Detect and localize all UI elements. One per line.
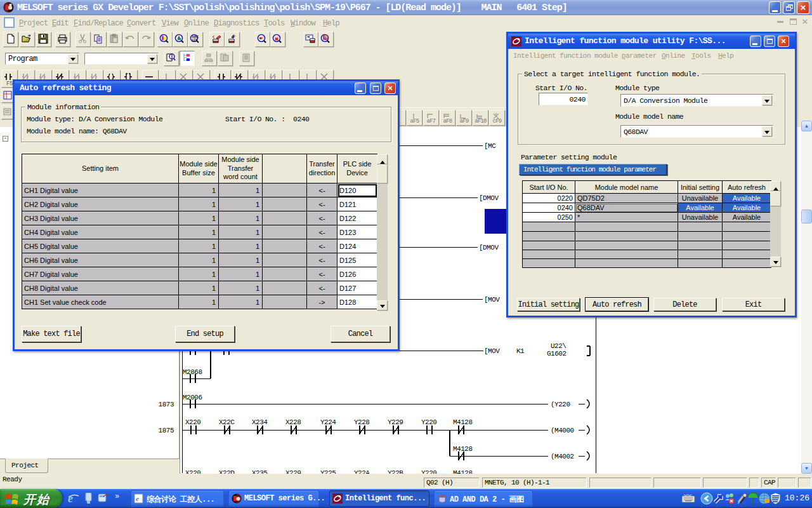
svg-text:X220: X220 xyxy=(185,418,200,426)
svg-text:[DMOV: [DMOV xyxy=(479,194,499,202)
svg-text:M2868: M2868 xyxy=(183,368,202,376)
svg-text:M2006: M2006 xyxy=(183,394,202,401)
svg-text:M4128: M4128 xyxy=(453,445,473,453)
svg-text:(Y220: (Y220 xyxy=(551,401,570,408)
svg-text:U22\: U22\ xyxy=(551,342,566,350)
svg-text:X228: X228 xyxy=(285,418,301,426)
svg-text:e: e xyxy=(68,492,73,505)
svg-text:K1: K1 xyxy=(516,347,525,355)
svg-text:G1602: G1602 xyxy=(547,350,566,358)
svg-text:[MOV: [MOV xyxy=(484,296,500,304)
svg-text:X22C: X22C xyxy=(219,418,235,426)
svg-text:[MOV: [MOV xyxy=(484,347,500,355)
svg-text:(M4002: (M4002 xyxy=(551,453,574,460)
svg-text:[MC: [MC xyxy=(484,142,496,150)
svg-text:M4128: M4128 xyxy=(453,418,473,426)
svg-text:X234: X234 xyxy=(252,418,268,426)
svg-text:Y228: Y228 xyxy=(354,418,369,426)
svg-text:e: e xyxy=(136,495,139,502)
svg-text:1873: 1873 xyxy=(159,401,174,408)
svg-text:Y229: Y229 xyxy=(388,418,403,426)
svg-text:(M4000: (M4000 xyxy=(551,427,574,434)
svg-text:Y224: Y224 xyxy=(320,418,336,426)
svg-text:[DMOV: [DMOV xyxy=(479,244,499,251)
svg-text:1875: 1875 xyxy=(159,427,174,434)
svg-text:Y220: Y220 xyxy=(421,418,436,426)
